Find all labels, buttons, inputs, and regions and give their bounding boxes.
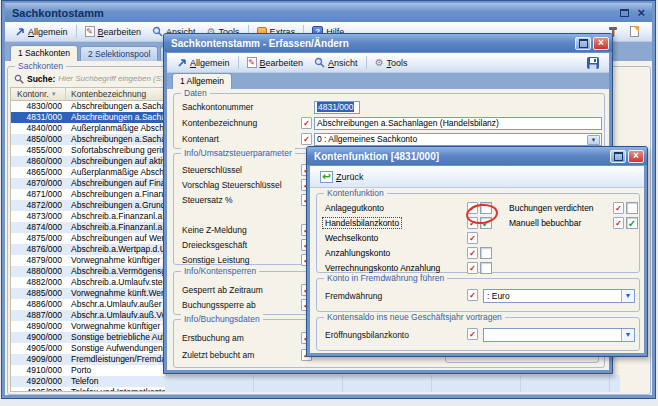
account-row[interactable]: 4865/000Außerplanmäßige Abschreib.a.akt	[11, 167, 166, 178]
edit-toggle-icon[interactable]	[301, 117, 312, 129]
account-number: 4880/000	[11, 266, 66, 277]
checkbox-unchecked[interactable]	[480, 262, 492, 274]
account-row[interactable]: 4831/000Abschreibungen a.Sachanlagen (H	[11, 112, 166, 123]
chevron-down-icon[interactable]	[621, 329, 634, 341]
account-name: Abschreib.a.Finanzanl.a.Grund st	[66, 222, 166, 233]
account-row[interactable]: 4850/000Abschreibungen a.Sachanlagen a	[11, 134, 166, 145]
checkbox-unchecked[interactable]	[480, 247, 492, 259]
fremdwaehrung-select[interactable]: : Euro	[483, 289, 635, 303]
field-row: Kontenbezeichnung Abschreibungen a.Sacha…	[174, 117, 604, 130]
account-number: 4885/000	[11, 288, 66, 299]
dialog-title: Kontenfunktion [4831/000]	[314, 151, 439, 162]
account-row[interactable]: 4910/000Porto	[11, 365, 166, 376]
edit-toggle-icon[interactable]	[467, 289, 478, 301]
tab-allgemein[interactable]: 1 Allgemein	[172, 73, 232, 89]
account-number: 4876/000	[11, 244, 66, 255]
save-icon[interactable]	[586, 56, 600, 70]
close-icon[interactable]: ×	[593, 37, 609, 50]
menu-item-bearbeiten[interactable]: ✎ Bearbeiten	[80, 24, 147, 39]
chevron-down-icon[interactable]	[621, 290, 634, 302]
column-header-kontenbezeichnung[interactable]: Kontenbezeichnung	[66, 89, 146, 99]
field-label: Buchungssperre ab	[182, 300, 256, 310]
account-row[interactable]: 4870/000Abschreibungen auf Finanzanlage	[11, 178, 166, 189]
account-row[interactable]: 4871/000Abschreibungen a.Finanzanl. 100%	[11, 189, 166, 200]
account-row[interactable]: 4885/000Vorwegnahme künft.Wertschwank	[11, 288, 166, 299]
option-label: Wechselkonto	[325, 233, 378, 243]
window-title: Sachkontostamm	[12, 7, 104, 19]
arrow-up-right-icon	[177, 58, 187, 68]
edit-toggle-icon[interactable]	[613, 202, 624, 214]
sachkontonummer-input[interactable]: 4831/000	[314, 101, 360, 114]
restore-icon[interactable]	[620, 9, 629, 17]
account-row[interactable]: 4905/000Sonstige Aufwendungen betrieblic	[11, 343, 166, 354]
menu-item-tools[interactable]: ⚙ Tools	[370, 55, 413, 70]
account-row[interactable]: 4880/000Abschreib.a.Vermögensgegenst.d	[11, 266, 166, 277]
maximize-icon[interactable]	[575, 37, 591, 50]
checkbox-checked[interactable]	[626, 217, 638, 229]
maximize-icon[interactable]	[610, 150, 626, 163]
group-label: Sachkonten	[15, 61, 66, 71]
account-row[interactable]: 4830/000Abschreibungen a.Sachanlagen (d	[11, 101, 166, 112]
edit-toggle-icon[interactable]	[467, 232, 478, 244]
edit-toggle-icon[interactable]	[301, 133, 312, 145]
field-label: Zuletzt bebucht am	[182, 350, 254, 360]
account-row[interactable]: 4855/000Sofortabschreibung geringwertige	[11, 145, 166, 156]
edit-toggle-icon[interactable]	[613, 217, 624, 229]
selected-text: 4831/000	[317, 102, 354, 112]
search-label: Suche:	[27, 74, 55, 84]
close-icon[interactable]: ×	[637, 8, 645, 18]
account-row[interactable]: 4887/000Abschr.a.Umlaufv.auß.Vorr./Wert	[11, 310, 166, 321]
menu-label: Bearbeiten	[98, 27, 142, 37]
checkbox-unchecked[interactable]	[626, 202, 638, 214]
accounts-table: Kontonr. ▼ Kontenbezeichnung 4830/000Abs…	[10, 87, 167, 392]
tab-selektionspool[interactable]: 2 Selektionspool	[80, 46, 158, 61]
column-header-kontonr[interactable]: Kontonr. ▼	[11, 88, 66, 100]
chevron-down-icon[interactable]	[587, 135, 600, 145]
back-arrow-icon: ↩	[320, 171, 333, 183]
account-row[interactable]: 4879/000Vorwegnahme künftiger Wertschw	[11, 255, 166, 266]
account-row[interactable]: 4900/000Sonstige betriebliche Aufwendung	[11, 332, 166, 343]
account-name: Außerplanmäßige Abschreib.a.akt	[66, 167, 166, 178]
new-document-icon[interactable]	[630, 26, 639, 37]
menu-item-allgemein[interactable]: Allgemein	[10, 25, 73, 39]
field-label: Steuersatz %	[182, 195, 233, 205]
back-button[interactable]: ↩ Zurück	[317, 170, 367, 184]
account-name: Abschr.a.Umlaufv.auß.Vorr./Wert	[66, 310, 166, 321]
account-name: Abschreibungen a.Finanzanl. 100%	[66, 189, 166, 200]
account-number: 4865/000	[11, 167, 66, 178]
account-row[interactable]: 4875/000Abschreibungen auf Wertpapiere	[11, 233, 166, 244]
menu-item-allgemein[interactable]: Allgemein	[172, 56, 235, 70]
account-row[interactable]: 4882/000Abschreib.a.Umlaufv.steuerrechtl	[11, 277, 166, 288]
menu-separator	[366, 56, 367, 69]
account-row[interactable]: 4909/000Fremdleistungen/Fremdarbeiten	[11, 354, 166, 365]
account-name: Außerplanmäßige Abschreibungen	[66, 123, 166, 134]
edit-toggle-icon[interactable]	[467, 328, 478, 340]
menu-item-bearbeiten[interactable]: ✎ Bearbeiten	[242, 55, 309, 70]
group-label: Daten	[181, 88, 210, 98]
account-row[interactable]: 4890/000Vorwegnahme künftiger Wertschw	[11, 321, 166, 332]
edit-toggle-icon[interactable]	[467, 262, 478, 274]
account-row[interactable]: 4840/000Außerplanmäßige Abschreibungen	[11, 123, 166, 134]
menu-item-ansicht[interactable]: Ansicht	[309, 55, 363, 70]
account-row[interactable]: 4876/000Abschreib.a.Wertpap.d.Umlaufve	[11, 244, 166, 255]
account-row[interactable]: 4925/000Telefax und Internetkosten	[11, 387, 166, 391]
account-name: Porto	[66, 365, 166, 376]
account-row[interactable]: 4886/000Abschr.a.Umlaufv.außer Vorräten	[11, 299, 166, 310]
sort-desc-icon: ▼	[51, 91, 57, 97]
tab-sachkonten[interactable]: 1 Sachkonten	[10, 45, 78, 61]
close-icon[interactable]: ×	[628, 150, 644, 163]
field-label: Kontenart	[182, 134, 219, 144]
eroeffnungsbilanzkonto-select[interactable]	[483, 328, 635, 342]
account-row[interactable]: 4872/000Abschreibungen a.Grund v.Verlust	[11, 200, 166, 211]
kontenbezeichnung-input[interactable]: Abschreibungen a.Sachanlagen (Handelsbil…	[314, 117, 602, 130]
account-row[interactable]: 4860/000Abschreibungen auf aktivierte ge	[11, 156, 166, 167]
account-number: 4840/000	[11, 123, 66, 134]
account-row[interactable]: 4920/000Telefon	[11, 376, 166, 387]
account-row[interactable]: 4874/000Abschreib.a.Finanzanl.a.Grund st	[11, 222, 166, 233]
edit-toggle-icon[interactable]	[467, 247, 478, 259]
account-name: Telefax und Internetkosten	[66, 387, 166, 391]
kontenart-select[interactable]: 0 : Allgemeines Sachkonto	[314, 133, 602, 146]
search-input[interactable]: Hier Suchbegriff eingeben (STRG+S	[58, 74, 166, 83]
account-row[interactable]: 4873/000Abschreib.a.Finanzanl.a.Gr.steue	[11, 211, 166, 222]
table-header: Kontonr. ▼ Kontenbezeichnung	[11, 88, 166, 101]
